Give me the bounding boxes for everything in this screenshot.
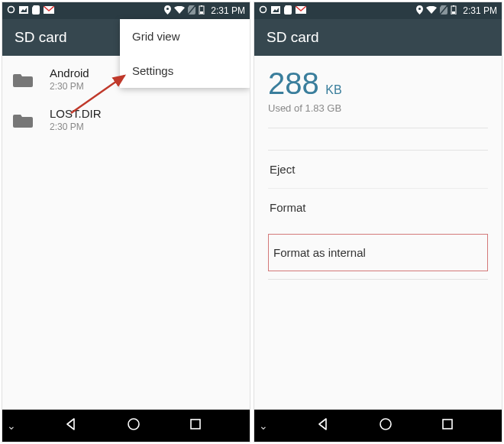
page-title: SD card	[15, 29, 67, 46]
location-icon	[164, 5, 171, 17]
battery-icon	[199, 5, 205, 17]
menu-settings[interactable]: Settings	[120, 53, 250, 88]
image-icon	[271, 5, 280, 16]
divider	[268, 279, 488, 280]
svg-rect-7	[201, 5, 202, 7]
nav-caret-icon[interactable]: ⌄	[259, 420, 268, 432]
svg-rect-8	[200, 11, 203, 14]
svg-rect-12	[191, 420, 200, 429]
svg-point-11	[128, 419, 139, 429]
status-time: 2:31 PM	[463, 5, 497, 16]
folder-time: 2:30 PM	[50, 122, 102, 132]
app-bar: SD card	[254, 19, 502, 56]
circle-icon	[259, 5, 267, 16]
nav-back-icon[interactable]	[64, 417, 78, 434]
svg-point-22	[380, 419, 391, 429]
status-time: 2:31 PM	[211, 5, 245, 16]
svg-point-4	[166, 7, 169, 9]
nav-home-icon[interactable]	[378, 416, 393, 435]
phone-right: 2:31 PM SD card 288 KB Used of 1.83 GB E…	[254, 2, 502, 442]
image-icon	[19, 5, 28, 16]
folder-name: Android	[50, 66, 89, 79]
nav-home-icon[interactable]	[126, 416, 141, 435]
svg-rect-23	[443, 420, 452, 429]
action-eject[interactable]: Eject	[268, 151, 488, 189]
list-item[interactable]: LOST.DIR 2:30 PM	[2, 99, 250, 140]
overflow-menu: Grid view Settings	[120, 19, 250, 88]
file-list: Android 2:30 PM LOST.DIR 2:30 PM	[2, 56, 250, 410]
status-bar: 2:31 PM	[2, 2, 250, 19]
page-title: SD card	[267, 29, 319, 46]
used-value: 288	[268, 66, 319, 100]
sd-icon	[284, 5, 292, 17]
svg-rect-21	[452, 11, 455, 14]
gmail-icon	[296, 5, 306, 16]
folder-name: LOST.DIR	[50, 107, 102, 120]
action-format[interactable]: Format	[268, 189, 488, 226]
location-icon	[416, 5, 423, 17]
wifi-icon	[426, 5, 437, 16]
nav-bar: ⌄	[2, 410, 250, 442]
storage-used: 288 KB	[268, 66, 488, 101]
action-format-internal[interactable]: Format as internal	[268, 234, 488, 271]
wifi-icon	[174, 5, 185, 16]
sd-icon	[32, 5, 40, 17]
used-unit: KB	[325, 83, 341, 96]
nav-recent-icon[interactable]	[189, 418, 202, 433]
status-bar: 2:31 PM	[254, 2, 502, 19]
phone-left: 2:31 PM SD card Grid view Settings Andro…	[2, 2, 250, 442]
menu-grid-view[interactable]: Grid view	[120, 19, 250, 53]
sd-details: 288 KB Used of 1.83 GB Eject Format Form…	[254, 56, 502, 410]
svg-point-13	[260, 7, 267, 13]
svg-rect-20	[453, 5, 454, 7]
nav-caret-icon[interactable]: ⌄	[7, 420, 16, 432]
folder-icon	[13, 112, 33, 128]
circle-icon	[7, 5, 15, 16]
no-sim-icon	[440, 5, 447, 17]
nav-recent-icon[interactable]	[441, 418, 454, 433]
folder-icon	[13, 72, 33, 87]
svg-point-0	[8, 7, 15, 13]
folder-time: 2:30 PM	[50, 81, 89, 92]
used-subtitle: Used of 1.83 GB	[268, 102, 488, 114]
no-sim-icon	[188, 5, 195, 17]
svg-point-17	[418, 7, 421, 9]
nav-back-icon[interactable]	[316, 417, 330, 434]
nav-bar: ⌄	[254, 410, 502, 442]
gmail-icon	[44, 5, 54, 16]
battery-icon	[451, 5, 457, 17]
